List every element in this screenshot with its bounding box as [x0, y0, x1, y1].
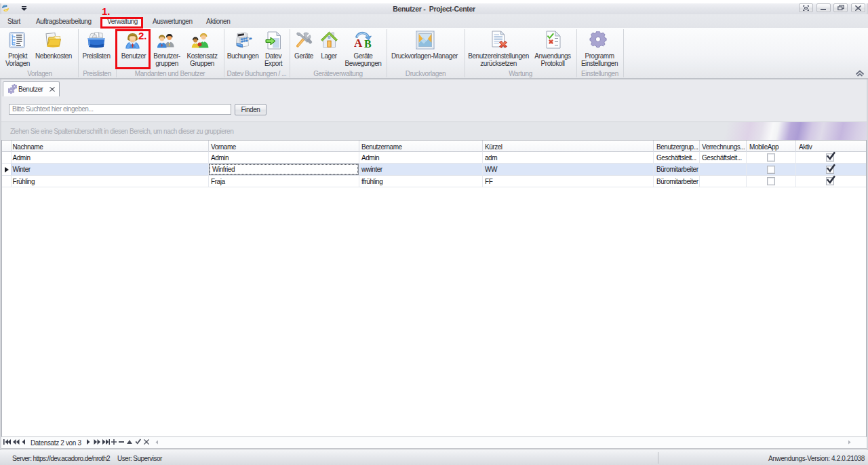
- svg-text:B: B: [364, 38, 372, 48]
- svg-text:A: A: [354, 37, 363, 48]
